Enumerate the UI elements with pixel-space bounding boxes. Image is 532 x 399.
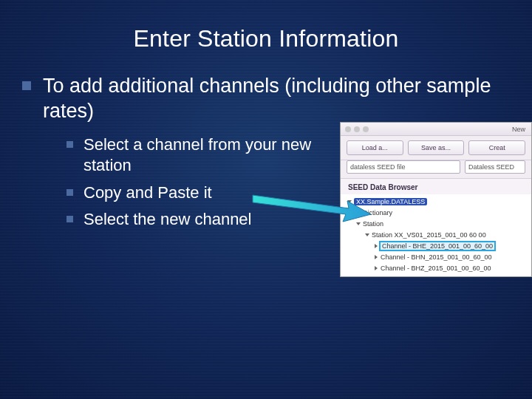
- square-bullet-icon: [22, 81, 31, 90]
- traffic-light-icon: [345, 126, 351, 132]
- browser-heading: SEED Data Browser: [341, 179, 531, 194]
- tree-label: Channel - BHZ_2015_001_00_60_00: [381, 265, 491, 272]
- sub-bullet-text: Select a channel from your new station: [83, 134, 332, 177]
- tree-root-label: XX.Sample.DATALESS: [354, 198, 427, 205]
- disclosure-triangle-icon[interactable]: [375, 255, 378, 259]
- sub-bullet: Select a channel from your new station: [66, 134, 332, 177]
- slide-title: Enter Station Information: [0, 0, 532, 52]
- file-row: dataless SEED file Dataless SEED: [341, 160, 531, 179]
- file-path-field[interactable]: dataless SEED file: [347, 160, 460, 174]
- disclosure-triangle-icon[interactable]: [375, 266, 378, 270]
- disclosure-triangle-icon[interactable]: [375, 244, 378, 248]
- disclosure-triangle-icon[interactable]: [356, 222, 361, 225]
- sub-bullet: Select the new channel: [66, 209, 332, 231]
- tree-label: Station: [363, 220, 383, 228]
- tree-node-station-instance[interactable]: Station XX_VS01_2015_001_00 60 00: [348, 229, 527, 240]
- disclosure-triangle-icon[interactable]: [365, 233, 369, 236]
- bullet-text: To add additional channels (including ot…: [43, 74, 517, 124]
- slide: Enter Station Information To add additio…: [0, 0, 532, 399]
- sub-bullet-text: Select the new channel: [83, 209, 252, 231]
- tree-view[interactable]: XX.Sample.DATALESS Dictionary Station St…: [341, 194, 531, 277]
- tree-node-channel[interactable]: Channel - BHE_2015_001_00_60_00: [348, 240, 527, 251]
- create-button[interactable]: Creat: [468, 140, 525, 155]
- file-type-field[interactable]: Dataless SEED: [465, 160, 525, 174]
- disclosure-triangle-icon[interactable]: [347, 200, 352, 203]
- app-screenshot: New Load a... Save as... Creat dataless …: [340, 122, 532, 277]
- toolbar-new-label: New: [512, 126, 525, 133]
- load-button[interactable]: Load a...: [347, 140, 403, 155]
- tree-label-highlighted: Channel - BHE_2015_001_00_60_00: [381, 242, 494, 250]
- square-bullet-icon: [66, 189, 73, 196]
- disclosure-triangle-icon[interactable]: [357, 211, 360, 215]
- sub-bullet-text: Copy and Paste it: [83, 183, 212, 204]
- square-bullet-icon: [66, 216, 73, 222]
- tree-label: Station XX_VS01_2015_001_00 60 00: [372, 231, 486, 239]
- tree-node-channel[interactable]: Channel - BHN_2015_001_00_60_00: [348, 251, 527, 262]
- tree-node-station[interactable]: Station: [348, 218, 527, 229]
- toolbar: Load a... Save as... Creat: [341, 136, 531, 160]
- save-as-button[interactable]: Save as...: [408, 140, 465, 155]
- tree-label: Channel - BHN_2015_001_00_60_00: [381, 253, 492, 261]
- tree-label: Dictionary: [363, 209, 392, 216]
- traffic-light-icon: [354, 126, 360, 132]
- tree-node-dictionary[interactable]: Dictionary: [348, 207, 527, 218]
- window-titlebar: New: [341, 123, 531, 136]
- traffic-light-icon: [363, 126, 369, 132]
- tree-node-channel[interactable]: Channel - BHZ_2015_001_00_60_00: [348, 262, 527, 273]
- square-bullet-icon: [66, 141, 73, 148]
- bullet-level1: To add additional channels (including ot…: [22, 74, 517, 124]
- sub-bullet: Copy and Paste it: [66, 183, 332, 204]
- tree-root[interactable]: XX.Sample.DATALESS: [348, 196, 527, 207]
